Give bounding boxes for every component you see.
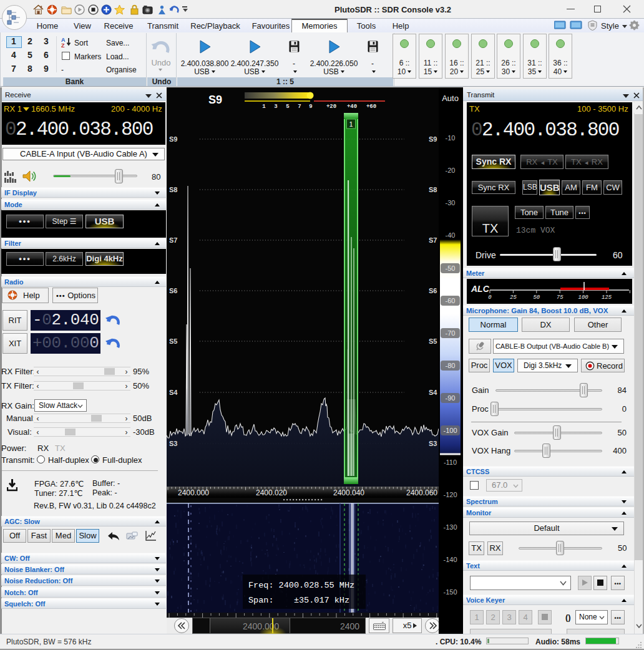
svg-text:50: 50 [533, 294, 540, 300]
svg-text:Span: ±35.017 kHz: Span: ±35.017 kHz [248, 596, 349, 605]
svg-text:100: 100 [578, 294, 588, 300]
svg-text:125: 125 [602, 294, 612, 300]
svg-text:25: 25 [510, 294, 517, 300]
svg-text:S9: S9 [208, 94, 222, 106]
svg-text:Z: Z [61, 42, 65, 47]
svg-text:75: 75 [557, 294, 564, 300]
svg-text:0: 0 [488, 294, 492, 300]
svg-text:Freq: 2400.028.55 MHz: Freq: 2400.028.55 MHz [248, 581, 354, 590]
svg-text:1: 1 [349, 120, 353, 128]
